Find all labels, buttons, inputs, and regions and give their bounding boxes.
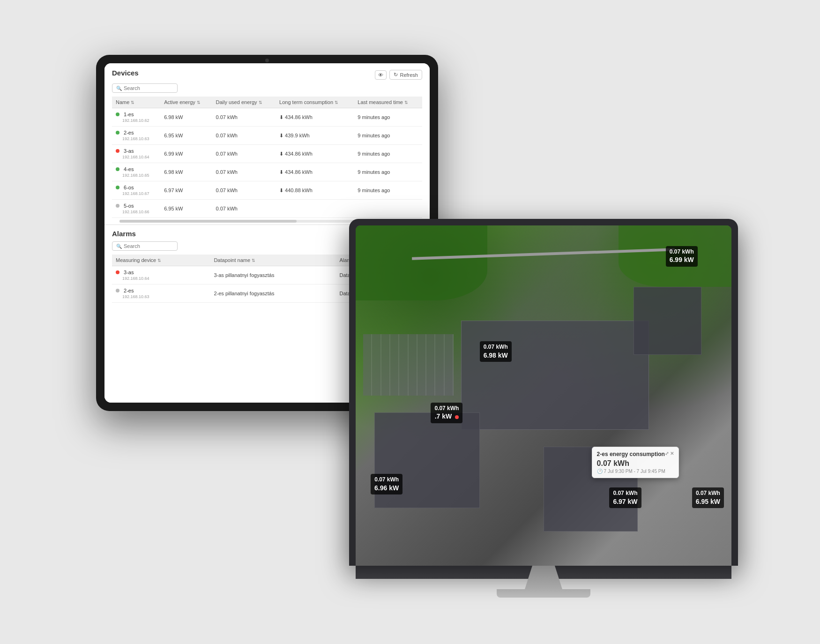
- device-name: 6-os: [124, 185, 134, 190]
- long-term-cell: ⬇ 434.86 kWh: [276, 145, 354, 163]
- status-dot: [116, 204, 119, 208]
- map-label-bottom-left-kwh: 0.07 kWh: [374, 476, 399, 484]
- col-datapoint-name[interactable]: Datapoint name ⇅: [210, 255, 335, 266]
- tooltip-title-text: 2-es energy consumption: [597, 451, 665, 457]
- status-dot: [116, 167, 119, 171]
- device-ip: 192.168.10.62: [116, 118, 149, 123]
- last-measured-cell: 9 minutes ago: [354, 145, 422, 163]
- map-label-center-left-kw: .7 kW: [434, 412, 459, 421]
- device-ip: 192.168.10.63: [116, 136, 149, 141]
- main-building: [461, 321, 649, 429]
- devices-table-body: 1-es 192.168.10.62 6.98 kW 0.07 kWh ⬇ 43…: [112, 108, 422, 218]
- status-dot: [116, 131, 119, 135]
- map-label-center: 0.07 kWh 6.98 kW: [480, 341, 512, 362]
- map-label-bottom-right-kw: 6.95 kW: [696, 497, 720, 507]
- tooltip-value: 0.07 kWh: [597, 459, 674, 468]
- eye-button[interactable]: 👁: [375, 70, 387, 80]
- status-dot: [116, 186, 119, 189]
- parking-lot-left: [363, 334, 453, 396]
- devices-search-input[interactable]: [124, 85, 173, 91]
- table-row[interactable]: 2-es 192.168.10.63 6.95 kW 0.07 kWh ⬇ 43…: [112, 127, 422, 145]
- alert-dot: [455, 415, 459, 419]
- long-term-cell: ⬇ 439.9 kWh: [276, 127, 354, 145]
- top-right-building: [634, 287, 701, 355]
- refresh-button[interactable]: ↻ Refresh: [389, 70, 422, 80]
- device-name: 3-as: [124, 148, 134, 154]
- device-ip: 192.168.10.66: [116, 210, 149, 214]
- col-name[interactable]: Name ⇅: [112, 97, 160, 108]
- last-measured-cell: 9 minutes ago: [354, 108, 422, 127]
- table-row[interactable]: 1-es 192.168.10.62 6.98 kW 0.07 kWh ⬇ 43…: [112, 108, 422, 127]
- last-measured-cell: [354, 200, 422, 218]
- map-tooltip[interactable]: 2-es energy consumption ⤢ ✕ 0.07 kWh 🕐 7…: [592, 447, 679, 478]
- col-long-term[interactable]: Long term consumption ⇅: [276, 97, 354, 108]
- map-label-center-kw: 6.98 kW: [484, 351, 508, 360]
- col-active-energy[interactable]: Active energy ⇅: [160, 97, 212, 108]
- device-name: 1-es: [124, 112, 134, 117]
- active-energy-cell: 6.99 kW: [160, 145, 212, 163]
- map-label-bottom-mid: 0.07 kWh 6.97 kW: [609, 487, 641, 508]
- active-energy-cell: 6.98 kW: [160, 108, 212, 127]
- monitor: 0.07 kWh 6.99 kW 0.07 kWh 6.98 kW 0.07 k…: [349, 219, 738, 603]
- devices-scrollbar-thumb: [119, 220, 297, 223]
- map-label-top-right-kwh: 0.07 kWh: [670, 248, 694, 256]
- devices-section: Devices 👁 ↻ Refresh 🔍: [104, 63, 430, 225]
- alarms-search-bar[interactable]: 🔍: [112, 241, 178, 251]
- long-term-cell: ⬇ 440.88 kWh: [276, 181, 354, 200]
- devices-search-bar[interactable]: 🔍: [112, 83, 178, 93]
- daily-energy-cell: 0.07 kWh: [212, 127, 276, 145]
- alarm-status-dot: [116, 289, 119, 292]
- col-daily-energy[interactable]: Daily used energy ⇅: [212, 97, 276, 108]
- daily-energy-cell: 0.07 kWh: [212, 145, 276, 163]
- alarms-search-input[interactable]: [124, 243, 173, 249]
- last-measured-cell: 9 minutes ago: [354, 127, 422, 145]
- long-term-cell: ⬇ 434.86 kWh: [276, 163, 354, 181]
- tooltip-actions: ⤢ ✕: [665, 451, 674, 457]
- forest-area-left: [356, 225, 487, 300]
- monitor-stand: [497, 589, 590, 598]
- col-measuring-device[interactable]: Measuring device ⇅: [112, 255, 210, 266]
- table-row[interactable]: 3-as 192.168.10.64 6.99 kW 0.07 kWh ⬇ 43…: [112, 145, 422, 163]
- last-measured-cell: 9 minutes ago: [354, 163, 422, 181]
- refresh-label: Refresh: [400, 72, 418, 78]
- long-term-cell: ⬇ 434.86 kWh: [276, 108, 354, 127]
- map-label-bottom-left: 0.07 kWh 6.96 kW: [371, 474, 403, 494]
- active-energy-cell: 6.95 kW: [160, 200, 212, 218]
- last-measured-cell: 9 minutes ago: [354, 181, 422, 200]
- alarms-search-icon: 🔍: [116, 244, 122, 249]
- alarm-status-dot: [116, 270, 119, 274]
- device-name: 5-os: [124, 203, 134, 209]
- map-label-top-right-kw: 6.99 kW: [670, 255, 694, 265]
- map-label-bottom-mid-kw: 6.97 kW: [613, 497, 637, 507]
- col-last-measured[interactable]: Last measured time ⇅: [354, 97, 422, 108]
- refresh-icon: ↻: [394, 72, 398, 78]
- map-label-bottom-mid-kwh: 0.07 kWh: [613, 489, 637, 497]
- active-energy-cell: 6.97 kW: [160, 181, 212, 200]
- alarm-datapoint-cell: 3-as pillanatnyi fogyasztás: [210, 266, 335, 285]
- daily-energy-cell: 0.07 kWh: [212, 181, 276, 200]
- map-label-top-right: 0.07 kWh 6.99 kW: [666, 246, 698, 267]
- devices-table: Name ⇅ Active energy ⇅ Daily used energy…: [112, 97, 422, 218]
- map-label-center-kwh: 0.07 kWh: [484, 343, 508, 351]
- long-term-cell: [276, 200, 354, 218]
- device-name: 2-es: [124, 130, 134, 135]
- scene: Devices 👁 ↻ Refresh 🔍: [82, 41, 738, 603]
- aerial-map: 0.07 kWh 6.99 kW 0.07 kWh 6.98 kW 0.07 k…: [356, 225, 731, 566]
- table-row[interactable]: 6-os 192.168.10.67 6.97 kW 0.07 kWh ⬇ 44…: [112, 181, 422, 200]
- device-name: 4-es: [124, 166, 134, 172]
- monitor-screen: 0.07 kWh 6.99 kW 0.07 kWh 6.98 kW 0.07 k…: [356, 225, 731, 566]
- map-label-bottom-right-kwh: 0.07 kWh: [696, 489, 720, 497]
- device-ip: 192.168.10.65: [116, 173, 149, 178]
- map-label-center-left-kwh: 0.07 kWh: [434, 404, 459, 412]
- alarm-device-name: 2-es: [124, 288, 134, 293]
- map-label-bottom-right: 0.07 kWh 6.95 kW: [692, 487, 724, 508]
- alarm-device-name: 3-as: [124, 270, 134, 275]
- active-energy-cell: 6.95 kW: [160, 127, 212, 145]
- device-ip: 192.168.10.64: [116, 155, 149, 159]
- active-energy-cell: 6.98 kW: [160, 163, 212, 181]
- table-row[interactable]: 4-es 192.168.10.65 6.98 kW 0.07 kWh ⬇ 43…: [112, 163, 422, 181]
- alarm-datapoint-cell: 2-es pillanatnyi fogyasztás: [210, 285, 335, 303]
- table-row[interactable]: 5-os 192.168.10.66 6.95 kW 0.07 kWh: [112, 200, 422, 218]
- status-dot: [116, 149, 119, 153]
- devices-table-header-row: Name ⇅ Active energy ⇅ Daily used energy…: [112, 97, 422, 108]
